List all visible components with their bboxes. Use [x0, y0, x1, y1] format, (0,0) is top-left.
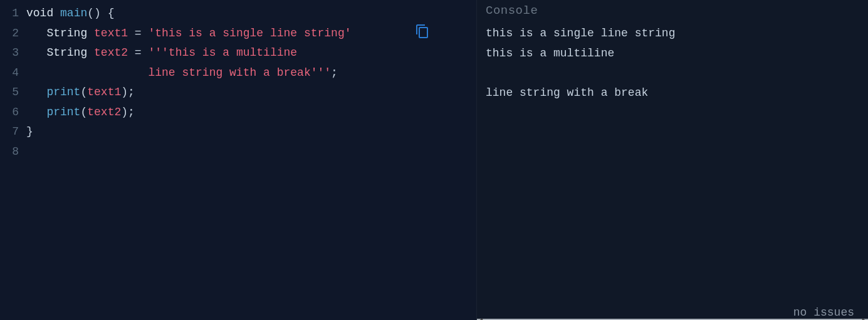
code-line[interactable]: 1void main() { — [0, 4, 476, 24]
code-line[interactable]: 4 line string with a break'''; — [0, 63, 476, 83]
code-content[interactable]: print(text2); — [26, 103, 476, 123]
code-content[interactable]: void main() { — [26, 4, 476, 24]
code-content[interactable]: print(text1); — [26, 83, 476, 103]
code-line[interactable]: 6 print(text2); — [0, 103, 476, 123]
code-content[interactable]: line string with a break'''; — [26, 63, 476, 83]
code-lines[interactable]: 1void main() {2 String text1 = 'this is … — [0, 4, 476, 162]
console-pane: Console this is a single line string thi… — [476, 0, 868, 320]
line-number: 1 — [0, 4, 26, 24]
console-output: this is a single line string this is a m… — [486, 24, 859, 103]
line-number: 2 — [0, 24, 26, 44]
status-text: no issues — [477, 306, 868, 319]
line-number: 5 — [0, 83, 26, 103]
line-number: 6 — [0, 103, 26, 123]
code-line[interactable]: 2 String text1 = 'this is a single line … — [0, 24, 476, 44]
code-line[interactable]: 7} — [0, 122, 476, 142]
line-number: 7 — [0, 122, 26, 142]
console-title: Console — [486, 4, 859, 18]
code-content[interactable]: String text2 = '''this is a multiline — [26, 43, 476, 63]
status-bar: no issues ◄ ► — [477, 306, 868, 320]
line-number: 8 — [0, 142, 26, 162]
code-content[interactable]: } — [26, 122, 476, 142]
code-line[interactable]: 3 String text2 = '''this is a multiline — [0, 43, 476, 63]
code-content[interactable]: String text1 = 'this is a single line st… — [26, 24, 476, 44]
line-number: 4 — [0, 63, 26, 83]
copy-icon[interactable] — [415, 24, 430, 42]
code-line[interactable]: 8 — [0, 142, 476, 162]
line-number: 3 — [0, 43, 26, 63]
code-line[interactable]: 5 print(text1); — [0, 83, 476, 103]
code-editor-pane[interactable]: 1void main() {2 String text1 = 'this is … — [0, 0, 476, 320]
